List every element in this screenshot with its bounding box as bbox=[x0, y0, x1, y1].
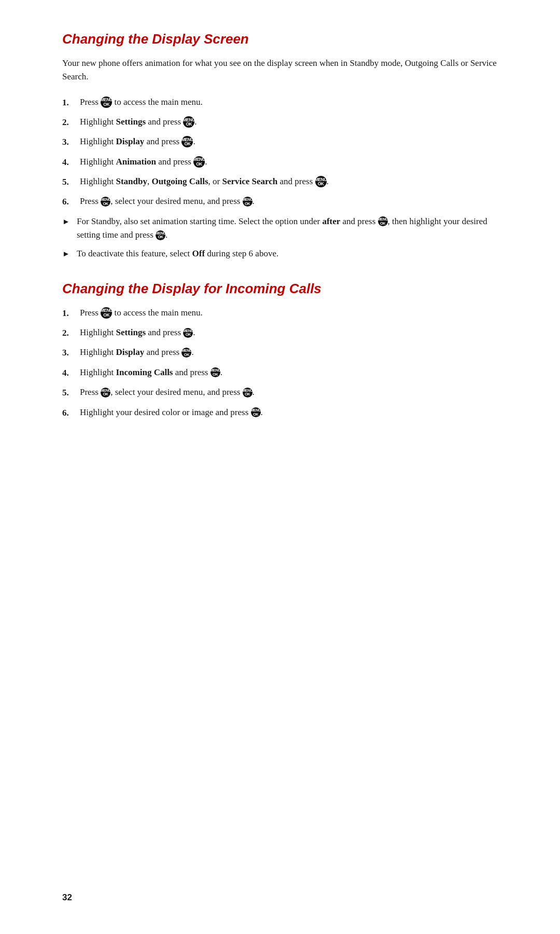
bold-service-search: Service Search bbox=[222, 176, 277, 186]
page-number: 32 bbox=[62, 892, 72, 903]
bold-animation: Animation bbox=[116, 157, 156, 167]
bold-settings-s2: Settings bbox=[116, 327, 146, 337]
step-6-content: Press MENUOK, select your desired menu, … bbox=[80, 195, 498, 208]
bullet-1-content: For Standby, also set animation starting… bbox=[77, 215, 498, 242]
menu-icon-step5: MENUOK bbox=[315, 176, 327, 187]
bold-off: Off bbox=[192, 249, 205, 258]
s2-step-4: 4. Highlight Incoming Calls and press ME… bbox=[62, 366, 498, 380]
s2-step-6-num: 6. bbox=[62, 406, 80, 420]
menu-icon-step2: MENUOK bbox=[183, 116, 194, 128]
s2-step-5: 5. Press MENUOK, select your desired men… bbox=[62, 386, 498, 400]
bullet-arrow-1: ► bbox=[62, 215, 77, 228]
s2-step-6-content: Highlight your desired color or image an… bbox=[80, 406, 498, 419]
bold-settings-s1: Settings bbox=[116, 117, 146, 127]
bold-standby: Standby bbox=[116, 176, 147, 186]
step-1-content: Press MENUOK to access the main menu. bbox=[80, 95, 498, 109]
step-4: 4. Highlight Animation and press MENUOK. bbox=[62, 155, 498, 169]
step-1-num: 1. bbox=[62, 95, 80, 109]
menu-icon-step4: MENUOK bbox=[193, 156, 205, 168]
step-6-num: 6. bbox=[62, 195, 80, 209]
step-3-num: 3. bbox=[62, 135, 80, 149]
bold-outgoing: Outgoing Calls bbox=[151, 176, 208, 186]
s2-step-5-num: 5. bbox=[62, 386, 80, 400]
menu-icon-bullet1b: MENUOK bbox=[156, 230, 165, 240]
section2-title: Changing the Display for Incoming Calls bbox=[62, 281, 498, 297]
step-3: 3. Highlight Display and press MENUOK. bbox=[62, 135, 498, 149]
bullet-2: ► To deactivate this feature, select Off… bbox=[62, 247, 498, 260]
menu-icon-s2-step5b: MENUOK bbox=[243, 388, 253, 397]
s2-step-4-content: Highlight Incoming Calls and press MENUO… bbox=[80, 366, 498, 379]
bullet-arrow-2: ► bbox=[62, 247, 77, 260]
s2-step-4-num: 4. bbox=[62, 366, 80, 380]
step-2-content: Highlight Settings and press MENUOK. bbox=[80, 115, 498, 129]
section1-title: Changing the Display Screen bbox=[62, 31, 498, 47]
s2-step-3: 3. Highlight Display and press MENUOK. bbox=[62, 346, 498, 360]
step-2: 2. Highlight Settings and press MENUOK. bbox=[62, 115, 498, 129]
s2-step-5-content: Press MENUOK, select your desired menu, … bbox=[80, 386, 498, 399]
menu-icon-step6a: MENUOK bbox=[101, 197, 110, 207]
menu-icon-s2-step1: MENUOK bbox=[101, 307, 112, 319]
step-1: 1. Press MENUOK to access the main menu. bbox=[62, 95, 498, 109]
menu-icon-s2-step2: MENUOK bbox=[183, 328, 193, 338]
bold-incoming-calls: Incoming Calls bbox=[116, 367, 173, 377]
step-6: 6. Press MENUOK, select your desired men… bbox=[62, 195, 498, 209]
step-4-num: 4. bbox=[62, 155, 80, 169]
s2-step-2: 2. Highlight Settings and press MENUOK. bbox=[62, 326, 498, 340]
step-4-content: Highlight Animation and press MENUOK. bbox=[80, 155, 498, 169]
menu-icon-bullet1a: MENUOK bbox=[378, 216, 388, 226]
menu-icon-s2-step3: MENUOK bbox=[181, 348, 191, 358]
step-2-num: 2. bbox=[62, 115, 80, 129]
step-5-num: 5. bbox=[62, 175, 80, 189]
section1-intro: Your new phone offers animation for what… bbox=[62, 57, 498, 84]
s2-step-3-content: Highlight Display and press MENUOK. bbox=[80, 346, 498, 359]
step-5: 5. Highlight Standby, Outgoing Calls, or… bbox=[62, 175, 498, 189]
s2-step-6: 6. Highlight your desired color or image… bbox=[62, 406, 498, 420]
bold-display-s2: Display bbox=[116, 347, 144, 357]
menu-icon-s2-step4: MENUOK bbox=[211, 367, 220, 377]
s2-step-2-content: Highlight Settings and press MENUOK. bbox=[80, 326, 498, 339]
step-5-content: Highlight Standby, Outgoing Calls, or Se… bbox=[80, 175, 498, 188]
s2-step-1-num: 1. bbox=[62, 306, 80, 320]
bullet-1: ► For Standby, also set animation starti… bbox=[62, 215, 498, 242]
section-changing-display-screen: Changing the Display Screen Your new pho… bbox=[62, 31, 498, 261]
step-3-content: Highlight Display and press MENUOK. bbox=[80, 135, 498, 148]
menu-icon-step6b: MENUOK bbox=[243, 197, 253, 207]
s2-step-3-num: 3. bbox=[62, 346, 80, 360]
bold-after: after bbox=[322, 216, 340, 226]
menu-icon-s2-step6: MENUOK bbox=[251, 407, 261, 417]
s2-step-2-num: 2. bbox=[62, 326, 80, 340]
bold-display-s1: Display bbox=[116, 136, 144, 146]
s2-step-1: 1. Press MENUOK to access the main menu. bbox=[62, 306, 498, 320]
section2-steps: 1. Press MENUOK to access the main menu.… bbox=[62, 306, 498, 420]
s2-step-1-content: Press MENUOK to access the main menu. bbox=[80, 306, 498, 320]
menu-icon-step1: MENUOK bbox=[101, 97, 112, 108]
section-changing-display-incoming: Changing the Display for Incoming Calls … bbox=[62, 281, 498, 420]
section1-steps: 1. Press MENUOK to access the main menu.… bbox=[62, 95, 498, 209]
menu-icon-step3: MENUOK bbox=[181, 136, 193, 147]
bullet-2-content: To deactivate this feature, select Off d… bbox=[77, 247, 498, 260]
menu-icon-s2-step5a: MENUOK bbox=[101, 388, 110, 397]
section1-bullets: ► For Standby, also set animation starti… bbox=[62, 215, 498, 261]
